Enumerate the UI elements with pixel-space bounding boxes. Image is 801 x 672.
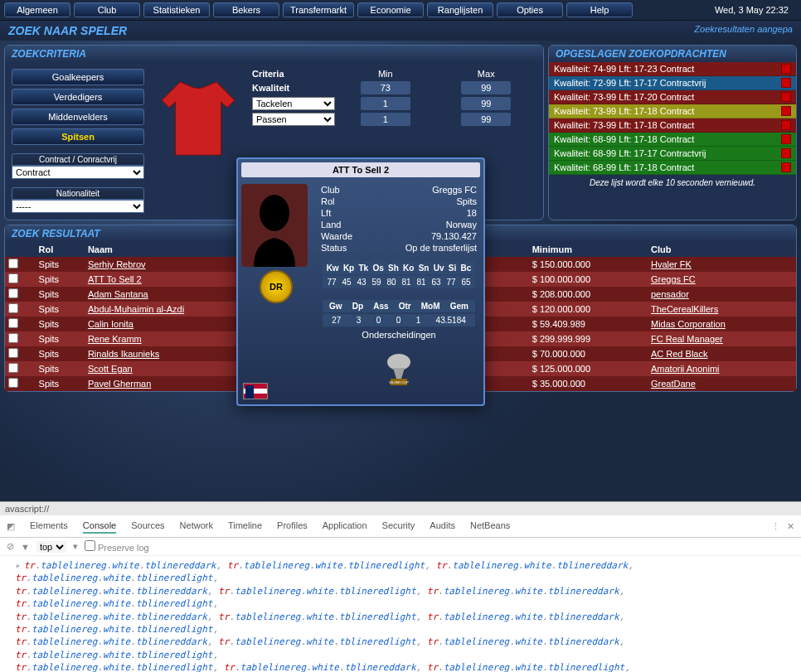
- player-name-link[interactable]: Adam Santana: [88, 289, 148, 299]
- row-checkbox[interactable]: [8, 333, 18, 343]
- row-checkbox[interactable]: [8, 378, 18, 388]
- saved-search-item[interactable]: Kwaliteit: 74-99 Lft: 17-23 Contract: [549, 62, 796, 76]
- delete-saved-icon[interactable]: [781, 134, 791, 144]
- criteria-attr-select[interactable]: Passen: [252, 113, 335, 126]
- devtools-panel: ◩ ElementsConsoleSourcesNetworkTimelineP…: [0, 515, 801, 672]
- player-shirt-graphic: [153, 69, 244, 168]
- player-name-link[interactable]: Abdul-Muhaimin al-Azdi: [88, 304, 184, 314]
- devtools-tab-security[interactable]: Security: [382, 519, 415, 534]
- devtools-tab-profiles[interactable]: Profiles: [277, 519, 308, 534]
- player-name-link[interactable]: Scott Egan: [88, 364, 133, 374]
- menu-transfermarkt[interactable]: Transfermarkt: [283, 2, 354, 17]
- saved-search-item[interactable]: Kwaliteit: 73-99 Lft: 17-18 Contract: [549, 104, 796, 118]
- nationality-filter: Nationaliteit -----: [12, 187, 144, 213]
- popup-info-row: LandNorway: [318, 219, 480, 230]
- results-col-header[interactable]: [5, 242, 36, 257]
- menu-opties[interactable]: Opties: [497, 2, 563, 17]
- club-link[interactable]: TheCerealKillers: [651, 304, 718, 314]
- datetime-display: Wed, 3 May 22:32: [715, 5, 797, 15]
- criteria-grid-header: Criteria Min Max: [252, 69, 536, 79]
- devtools-tab-network[interactable]: Network: [180, 519, 213, 534]
- club-link[interactable]: Midas Corporation: [651, 319, 726, 329]
- console-output[interactable]: ▸tr.tablelinereg.white.tblinereddark, tr…: [0, 556, 801, 672]
- console-scope-select[interactable]: top: [36, 541, 66, 553]
- club-link[interactable]: Amatorii Anonimi: [651, 364, 720, 374]
- contract-select[interactable]: Contract: [12, 166, 144, 179]
- club-link[interactable]: Greggs FC: [651, 274, 696, 284]
- saved-search-item[interactable]: Kwaliteit: 72-99 Lft: 17-17 Contractvrij: [549, 76, 796, 90]
- delete-saved-icon[interactable]: [781, 120, 791, 130]
- svg-point-0: [260, 195, 289, 231]
- delete-saved-icon[interactable]: [781, 78, 791, 88]
- club-link[interactable]: FC Real Manager: [651, 334, 723, 344]
- popup-info-row: ClubGreggs FC: [318, 184, 480, 196]
- saved-search-item[interactable]: Kwaliteit: 68-99 Lft: 17-17 Contractvrij: [549, 147, 796, 161]
- devtools-tab-elements[interactable]: Elements: [30, 519, 68, 534]
- row-checkbox[interactable]: [8, 303, 18, 313]
- menu-bekers[interactable]: Bekers: [213, 2, 279, 17]
- saved-search-item[interactable]: Kwaliteit: 73-99 Lft: 17-20 Contract: [549, 90, 796, 104]
- club-link[interactable]: Hvaler FK: [651, 259, 692, 269]
- row-checkbox[interactable]: [8, 273, 18, 283]
- position-spitsen[interactable]: Spitsen: [12, 128, 144, 145]
- inspect-icon[interactable]: ◩: [7, 521, 15, 532]
- player-name-link[interactable]: Calin Ionita: [88, 319, 134, 329]
- dr-badge: DR: [260, 270, 293, 303]
- menu-ranglijsten[interactable]: Ranglijsten: [427, 2, 493, 17]
- svg-text:SILVER CUP: SILVER CUP: [389, 380, 409, 384]
- row-checkbox[interactable]: [8, 348, 18, 358]
- menu-algemeen[interactable]: Algemeen: [4, 2, 70, 17]
- devtools-close-icon[interactable]: ✕: [787, 521, 794, 532]
- player-name-link[interactable]: Pavel Gherman: [88, 379, 151, 389]
- devtools-tab-netbeans[interactable]: NetBeans: [470, 519, 510, 534]
- game-window: AlgemeenClubStatistiekenBekersTransferma…: [0, 0, 801, 501]
- saved-search-item[interactable]: Kwaliteit: 73-99 Lft: 17-18 Contract: [549, 118, 796, 133]
- menu-help[interactable]: Help: [566, 2, 633, 17]
- position-goalkeepers[interactable]: Goalkeepers: [12, 69, 144, 85]
- clear-console-icon[interactable]: ⊘: [7, 541, 14, 552]
- player-name-link[interactable]: Rinalds Ikaunieks: [88, 349, 159, 359]
- devtools-tabbar: ◩ ElementsConsoleSourcesNetworkTimelineP…: [0, 515, 801, 538]
- popup-info-row: Lft18: [318, 207, 480, 219]
- preserve-log-checkbox[interactable]: Preserve log: [85, 540, 149, 553]
- devtools-tab-console[interactable]: Console: [83, 519, 116, 534]
- row-checkbox[interactable]: [8, 318, 18, 328]
- menu-statistieken[interactable]: Statistieken: [143, 2, 210, 17]
- devtools-tab-application[interactable]: Application: [323, 519, 367, 534]
- delete-saved-icon[interactable]: [781, 92, 791, 102]
- row-checkbox[interactable]: [8, 288, 18, 298]
- delete-saved-icon[interactable]: [781, 64, 791, 74]
- results-col-header[interactable]: Club: [648, 242, 796, 257]
- saved-search-item[interactable]: Kwaliteit: 68-99 Lft: 17-18 Contract: [549, 133, 796, 147]
- menu-club[interactable]: Club: [74, 2, 140, 17]
- row-checkbox[interactable]: [8, 259, 18, 268]
- criteria-attr-select[interactable]: Tackelen: [252, 97, 335, 110]
- saved-search-item[interactable]: Kwaliteit: 68-99 Lft: 17-18 Contract: [549, 161, 796, 175]
- page-title: ZOEK NAAR SPELER: [8, 24, 127, 37]
- devtools-menu-icon[interactable]: ⋮: [771, 521, 780, 532]
- results-col-header[interactable]: Minimum: [529, 242, 648, 257]
- position-middenvelders[interactable]: Middenvelders: [12, 109, 144, 125]
- delete-saved-icon[interactable]: [781, 162, 791, 172]
- devtools-tab-timeline[interactable]: Timeline: [228, 519, 262, 534]
- results-col-header[interactable]: Rol: [36, 242, 85, 257]
- club-link[interactable]: AC Red Black: [651, 349, 707, 359]
- devtools-tab-audits[interactable]: Audits: [430, 519, 455, 534]
- player-name-link[interactable]: ATT To Sell 2: [88, 274, 142, 284]
- devtools-tab-sources[interactable]: Sources: [131, 519, 164, 534]
- club-link[interactable]: GreatDane: [651, 379, 696, 389]
- position-verdedigers[interactable]: Verdedigers: [12, 89, 144, 105]
- player-popup[interactable]: ATT To Sell 2 DR ClubGreggs FCRolSpitsLf…: [236, 157, 485, 406]
- top-menu-bar: AlgemeenClubStatistiekenBekersTransferma…: [0, 0, 801, 21]
- filter-icon[interactable]: ▼: [21, 542, 30, 552]
- player-name-link[interactable]: Rene Kramm: [88, 334, 142, 344]
- popup-info-row: RolSpits: [318, 196, 480, 207]
- club-link[interactable]: pensador: [651, 289, 689, 299]
- delete-saved-icon[interactable]: [781, 148, 791, 158]
- menu-economie[interactable]: Economie: [357, 2, 424, 17]
- nationality-label: Nationaliteit: [12, 187, 144, 200]
- row-checkbox[interactable]: [8, 363, 18, 373]
- delete-saved-icon[interactable]: [781, 106, 791, 116]
- player-name-link[interactable]: Serhiy Rebrov: [88, 259, 146, 269]
- nationality-select[interactable]: -----: [12, 200, 144, 213]
